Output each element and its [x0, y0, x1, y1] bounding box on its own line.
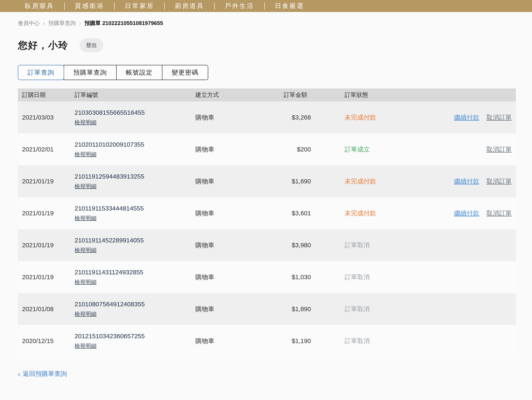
order-method: 購物車 — [195, 113, 284, 122]
order-status: 訂單取消 — [311, 337, 431, 345]
order-method: 購物車 — [195, 337, 284, 345]
member-center-page: 會員中心›預購單查詢›預購單 21022210551081979655 您好，小… — [0, 12, 532, 378]
nav-item[interactable]: 日常家居 — [125, 2, 154, 10]
table-row: 2021/01/19 21011911431124932855 檢視明細 購物車… — [18, 261, 516, 293]
order-amount: $1,190 — [284, 337, 311, 344]
order-method: 購物車 — [195, 209, 284, 218]
order-status: 未完成付款 — [311, 113, 431, 122]
tab-order-inquiry[interactable]: 訂單查詢 — [18, 65, 64, 80]
order-date: 2021/01/19 — [22, 210, 75, 217]
order-amount: $1,890 — [284, 305, 311, 313]
cancel-order-link[interactable]: 取消訂單 — [486, 209, 512, 218]
orders-table-body: 2021/03/03 21030308155665516455 檢視明細 購物車… — [18, 102, 516, 357]
order-status: 未完成付款 — [311, 209, 431, 218]
order-number: 21011912594483913255 — [75, 173, 195, 180]
nav-separator — [214, 2, 215, 10]
logout-button[interactable]: 登出 — [80, 38, 103, 52]
tab-account-settings[interactable]: 帳號設定 — [116, 65, 162, 80]
chevron-left-icon: ‹ — [18, 370, 20, 378]
breadcrumb-link[interactable]: 預購單查詢 — [48, 19, 76, 27]
order-status: 訂單取消 — [311, 241, 431, 250]
table-row: 2021/01/19 21011911452289914055 檢視明細 購物車… — [18, 229, 516, 261]
tab-change-password[interactable]: 變更密碼 — [162, 65, 208, 80]
orders-table: 訂購日期 訂單編號 建立方式 訂單金額 訂單狀態 2021/03/03 2103… — [18, 89, 516, 357]
top-nav: 臥房寢具質感衛浴日常家居廚房道具戶外生活日食嚴選 — [0, 0, 532, 12]
table-row: 2021/02/01 21020110102009107355 檢視明細 購物車… — [18, 133, 516, 165]
order-amount: $1,030 — [284, 273, 311, 281]
order-method: 購物車 — [195, 177, 284, 186]
order-date: 2021/01/08 — [22, 305, 75, 313]
order-status: 訂單取消 — [311, 273, 431, 281]
view-detail-link[interactable]: 檢視明細 — [75, 247, 96, 254]
order-date: 2021/01/19 — [22, 178, 75, 185]
nav-separator — [164, 2, 165, 10]
view-detail-link[interactable]: 檢視明細 — [75, 215, 96, 222]
column-header-method: 建立方式 — [195, 91, 284, 99]
column-header-order-number: 訂單編號 — [75, 91, 195, 99]
order-date: 2021/03/03 — [22, 114, 75, 121]
orders-table-header: 訂購日期 訂單編號 建立方式 訂單金額 訂單狀態 — [18, 89, 516, 102]
nav-item[interactable]: 日食嚴選 — [275, 2, 304, 10]
view-detail-link[interactable]: 檢視明細 — [75, 342, 96, 349]
breadcrumb-separator-icon: › — [79, 20, 81, 27]
order-date: 2021/02/01 — [22, 146, 75, 153]
nav-separator — [114, 2, 115, 10]
order-amount: $3,268 — [284, 114, 311, 121]
order-number: 20121510342360657255 — [75, 333, 195, 340]
nav-separator — [64, 2, 65, 10]
order-method: 購物車 — [195, 273, 284, 281]
order-amount: $200 — [284, 146, 311, 153]
view-detail-link[interactable]: 檢視明細 — [75, 310, 96, 318]
back-link[interactable]: ‹ 返回預購單查詢 — [18, 369, 67, 378]
order-date: 2021/01/19 — [22, 273, 75, 281]
nav-item[interactable]: 臥房寢具 — [25, 2, 54, 10]
continue-payment-link[interactable]: 繼續付款 — [454, 177, 479, 186]
continue-payment-link[interactable]: 繼續付款 — [454, 113, 479, 122]
order-amount: $1,690 — [284, 178, 311, 185]
order-method: 購物車 — [195, 145, 284, 154]
order-status: 訂單成立 — [311, 145, 431, 154]
nav-item[interactable]: 戶外生活 — [225, 2, 254, 10]
table-row: 2021/01/19 21011912594483913255 檢視明細 購物車… — [18, 165, 516, 197]
breadcrumb-separator-icon: › — [43, 20, 45, 27]
cancel-order-link[interactable]: 取消訂單 — [486, 145, 512, 154]
order-status: 未完成付款 — [311, 177, 431, 186]
order-number: 21011911533444814555 — [75, 205, 195, 212]
nav-item[interactable]: 廚房道具 — [175, 2, 204, 10]
continue-payment-link[interactable]: 繼續付款 — [454, 209, 479, 218]
cancel-order-link[interactable]: 取消訂單 — [486, 113, 512, 122]
column-header-amount: 訂單金額 — [284, 91, 311, 99]
order-number: 21010807564912408355 — [75, 301, 195, 308]
order-date: 2021/01/19 — [22, 241, 75, 249]
cancel-order-link[interactable]: 取消訂單 — [486, 177, 512, 186]
greeting-row: 您好，小玲 登出 — [18, 38, 532, 52]
view-detail-link[interactable]: 檢視明細 — [75, 183, 96, 190]
breadcrumb-current: 預購單 21022210551081979655 — [84, 19, 163, 27]
order-number: 21020110102009107355 — [75, 141, 195, 148]
order-amount: $3,601 — [284, 210, 311, 217]
nav-item[interactable]: 質感衛浴 — [75, 2, 104, 10]
nav-separator — [264, 2, 265, 10]
breadcrumb: 會員中心›預購單查詢›預購單 21022210551081979655 — [18, 19, 532, 27]
order-method: 購物車 — [195, 305, 284, 313]
order-amount: $3,980 — [284, 241, 311, 249]
order-status: 訂單取消 — [311, 305, 431, 313]
view-detail-link[interactable]: 檢視明細 — [75, 119, 96, 126]
tab-bar: 訂單查詢預購單查詢帳號設定變更密碼 — [18, 65, 532, 80]
order-method: 購物車 — [195, 241, 284, 250]
column-header-order-date: 訂購日期 — [22, 91, 75, 99]
view-detail-link[interactable]: 檢視明細 — [75, 151, 96, 158]
view-detail-link[interactable]: 檢視明細 — [75, 278, 96, 286]
table-row: 2021/01/19 21011911533444814555 檢視明細 購物車… — [18, 197, 516, 229]
order-number: 21011911431124932855 — [75, 269, 195, 276]
order-number: 21030308155665516455 — [75, 109, 195, 116]
breadcrumb-link[interactable]: 會員中心 — [18, 19, 40, 27]
back-link-label: 返回預購單查詢 — [23, 369, 67, 378]
table-row: 2020/12/15 20121510342360657255 檢視明細 購物車… — [18, 325, 516, 357]
column-header-status: 訂單狀態 — [311, 91, 431, 99]
order-date: 2020/12/15 — [22, 337, 75, 344]
table-row: 2021/01/08 21010807564912408355 檢視明細 購物車… — [18, 293, 516, 325]
page-greeting: 您好，小玲 — [18, 39, 68, 52]
tab-preorder-inquiry[interactable]: 預購單查詢 — [64, 65, 117, 80]
table-row: 2021/03/03 21030308155665516455 檢視明細 購物車… — [18, 102, 516, 133]
